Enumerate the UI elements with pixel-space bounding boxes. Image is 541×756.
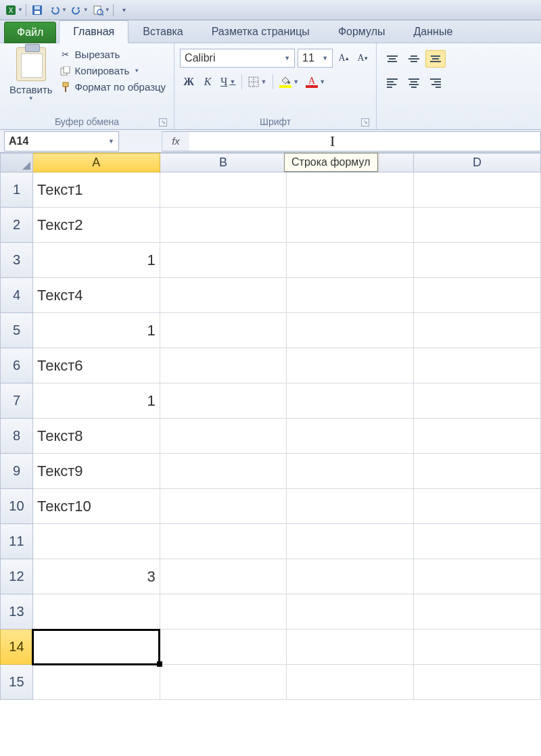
- formula-bar-input[interactable]: I: [189, 131, 541, 151]
- row-header[interactable]: 9: [1, 454, 33, 489]
- underline-button[interactable]: Ч▼: [218, 73, 238, 91]
- cell[interactable]: [287, 419, 414, 454]
- tab-page-layout[interactable]: Разметка страницы: [197, 20, 324, 43]
- cell[interactable]: [414, 665, 541, 700]
- row-header[interactable]: 7: [1, 383, 33, 419]
- borders-button[interactable]: ▼: [245, 73, 269, 91]
- cell[interactable]: 1: [32, 243, 160, 278]
- print-preview-icon[interactable]: [90, 3, 106, 18]
- cell[interactable]: 1: [32, 383, 160, 419]
- app-menu-dropdown-icon[interactable]: ▼: [18, 7, 23, 13]
- cell[interactable]: [287, 630, 414, 665]
- cell[interactable]: [287, 383, 414, 419]
- font-color-button[interactable]: A ▼: [303, 73, 328, 91]
- font-size-combo[interactable]: 11 ▼: [298, 49, 333, 68]
- cell[interactable]: [160, 208, 287, 243]
- cell[interactable]: [414, 559, 541, 594]
- cell[interactable]: [287, 313, 414, 348]
- cell[interactable]: 3: [32, 559, 160, 594]
- cell[interactable]: [414, 524, 541, 559]
- undo-dropdown-icon[interactable]: ▼: [62, 7, 67, 13]
- redo-dropdown-icon[interactable]: ▼: [83, 7, 89, 13]
- row-header[interactable]: 5: [1, 313, 33, 348]
- align-top-button[interactable]: [382, 50, 402, 68]
- cell[interactable]: [160, 243, 287, 278]
- cell[interactable]: [414, 594, 541, 630]
- italic-button[interactable]: К: [199, 73, 216, 91]
- cell[interactable]: [287, 172, 414, 208]
- paste-button[interactable]: Вставить ▼: [5, 46, 57, 103]
- cell[interactable]: [287, 348, 414, 383]
- font-name-combo[interactable]: Calibri ▼: [180, 49, 295, 68]
- column-header-D[interactable]: D: [414, 153, 541, 172]
- cell[interactable]: [414, 172, 541, 208]
- cell[interactable]: [160, 383, 287, 419]
- cell[interactable]: [287, 489, 414, 524]
- row-header[interactable]: 14: [1, 630, 33, 665]
- row-header[interactable]: 6: [1, 348, 33, 383]
- cell[interactable]: [287, 243, 414, 278]
- cell[interactable]: Текст2: [32, 208, 160, 243]
- cell[interactable]: [414, 243, 541, 278]
- align-right-button[interactable]: [425, 74, 446, 92]
- cell[interactable]: [414, 383, 541, 419]
- row-header[interactable]: 15: [1, 665, 33, 700]
- cell[interactable]: [160, 665, 287, 700]
- align-bottom-button[interactable]: [425, 50, 446, 68]
- bold-button[interactable]: Ж: [180, 73, 197, 91]
- row-header[interactable]: 2: [1, 208, 33, 243]
- grow-font-button[interactable]: A▴: [335, 50, 352, 66]
- paste-dropdown-icon[interactable]: ▼: [28, 95, 34, 101]
- cell[interactable]: [287, 524, 414, 559]
- cell[interactable]: [32, 524, 160, 559]
- select-all-corner[interactable]: [1, 153, 33, 172]
- cell[interactable]: [287, 594, 414, 630]
- cut-button[interactable]: ✂ Вырезать: [57, 47, 169, 62]
- qat-customize-icon[interactable]: ▾: [116, 3, 133, 18]
- tab-formulas[interactable]: Формулы: [324, 20, 400, 43]
- format-painter-button[interactable]: Формат по образцу: [57, 80, 169, 94]
- cell[interactable]: [287, 208, 414, 243]
- align-center-button[interactable]: [404, 74, 424, 92]
- row-header[interactable]: 11: [1, 524, 33, 559]
- tab-home[interactable]: Главная: [59, 20, 128, 43]
- redo-icon[interactable]: [68, 3, 85, 18]
- cell[interactable]: [160, 348, 287, 383]
- cell[interactable]: [160, 489, 287, 524]
- cell[interactable]: [160, 594, 287, 630]
- cell[interactable]: [160, 172, 287, 208]
- row-header[interactable]: 13: [1, 594, 33, 630]
- cell[interactable]: [287, 454, 414, 489]
- tab-data[interactable]: Данные: [400, 20, 467, 43]
- cell[interactable]: [287, 665, 414, 700]
- column-header-B[interactable]: B: [160, 153, 287, 172]
- cell[interactable]: [414, 419, 541, 454]
- cell[interactable]: [414, 454, 541, 489]
- cell[interactable]: [32, 630, 160, 665]
- copy-dropdown-icon[interactable]: ▼: [134, 68, 139, 74]
- cell[interactable]: [32, 665, 160, 700]
- row-header[interactable]: 3: [1, 243, 33, 278]
- copy-button[interactable]: Копировать ▼: [57, 64, 169, 78]
- cell[interactable]: [287, 559, 414, 594]
- insert-function-button[interactable]: fx: [162, 131, 189, 151]
- cell[interactable]: [414, 348, 541, 383]
- cell[interactable]: [414, 313, 541, 348]
- cell[interactable]: [160, 278, 287, 313]
- cell[interactable]: [160, 524, 287, 559]
- excel-app-icon[interactable]: X: [3, 3, 19, 18]
- save-icon[interactable]: [29, 3, 45, 18]
- cell[interactable]: [32, 594, 160, 630]
- cell[interactable]: [160, 630, 287, 665]
- row-header[interactable]: 10: [1, 489, 33, 524]
- cell[interactable]: [160, 454, 287, 489]
- name-box[interactable]: A14 ▼: [4, 131, 119, 151]
- cell[interactable]: Текст8: [32, 419, 160, 454]
- align-middle-button[interactable]: [404, 50, 424, 68]
- tab-file[interactable]: Файл: [4, 22, 56, 43]
- row-header[interactable]: 12: [1, 559, 33, 594]
- undo-icon[interactable]: [47, 3, 63, 18]
- shrink-font-button[interactable]: A▾: [354, 50, 371, 66]
- cell[interactable]: [414, 630, 541, 665]
- row-header[interactable]: 1: [1, 172, 33, 208]
